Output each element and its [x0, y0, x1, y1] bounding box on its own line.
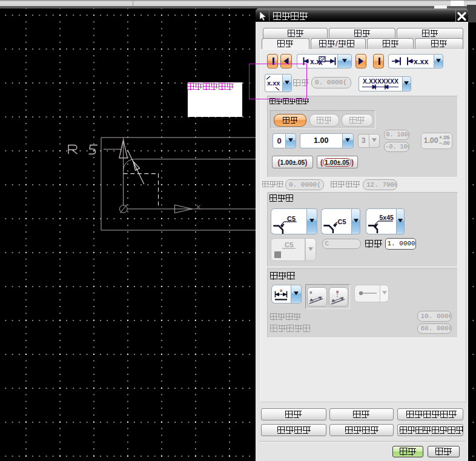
svg-text:C5: C5: [338, 218, 346, 225]
svg-text:C5: C5: [287, 214, 296, 222]
svg-text:x.xx: x.xx: [414, 58, 428, 66]
svg-text:C5: C5: [285, 241, 294, 248]
svg-text:x: x: [309, 290, 312, 295]
svg-text:5x45: 5x45: [379, 214, 394, 221]
svg-text:x: x: [280, 288, 283, 293]
svg-text:x: x: [319, 58, 323, 67]
svg-text:x: x: [336, 289, 339, 294]
svg-text:X.XXXXXXX: X.XXXXXXX: [363, 77, 398, 84]
